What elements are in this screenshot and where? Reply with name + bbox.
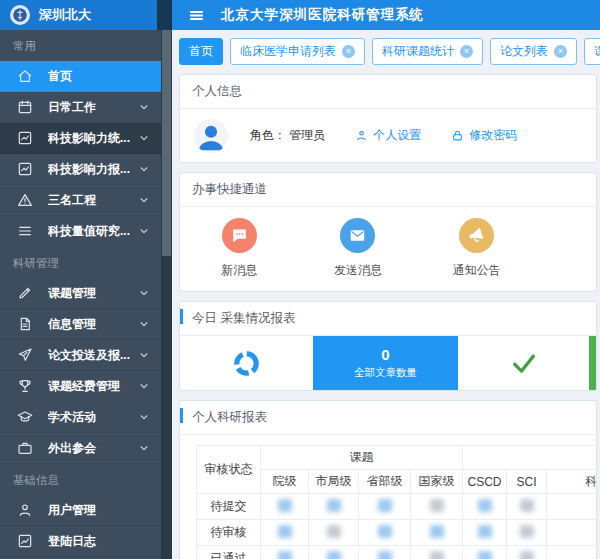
tab-clinical-application-list[interactable]: 临床医学申请列表× bbox=[230, 38, 365, 65]
all-articles-stat[interactable]: 0 全部文章数量 bbox=[313, 336, 458, 390]
column-header: 国家级 bbox=[411, 470, 463, 494]
sidebar: 常用首页日常工作科技影响力统...科技影响力报...三名工程科技量值研究...科… bbox=[0, 30, 172, 559]
tab-close-icon[interactable]: × bbox=[554, 45, 567, 58]
sidebar-item-daily-work[interactable]: 日常工作 bbox=[0, 92, 161, 123]
redacted-value[interactable] bbox=[520, 551, 534, 559]
redacted-value[interactable] bbox=[327, 551, 341, 559]
sidebar-item-tech-influence-report[interactable]: 科技影响力报... bbox=[0, 154, 161, 185]
sidebar-item-label: 课题管理 bbox=[48, 285, 139, 302]
tab-close-icon[interactable]: × bbox=[460, 45, 473, 58]
quick-channel-send-message[interactable]: 发送消息 bbox=[299, 218, 418, 279]
redacted-value[interactable] bbox=[430, 499, 444, 512]
sidebar-item-label: 日常工作 bbox=[48, 99, 139, 116]
chevron-down-icon bbox=[139, 102, 149, 112]
column-header: SCI bbox=[507, 470, 547, 494]
redacted-value[interactable] bbox=[278, 499, 292, 512]
card-header: 个人信息 bbox=[180, 75, 596, 109]
tab-research-project-stats[interactable]: 科研课题统计× bbox=[372, 38, 483, 65]
personal-info-card: 个人信息 角色： 管理员 个人设置 修改密码 bbox=[179, 74, 597, 163]
quick-channel-new-message[interactable]: 新消息 bbox=[180, 218, 299, 279]
home-icon bbox=[17, 68, 33, 84]
header-divider bbox=[157, 0, 172, 30]
table-cell bbox=[309, 520, 359, 546]
role-value: 管理员 bbox=[289, 128, 325, 142]
table-cell bbox=[261, 546, 309, 559]
chevron-down-icon bbox=[139, 164, 149, 174]
redacted-value[interactable] bbox=[378, 499, 392, 512]
change-password-link[interactable]: 修改密码 bbox=[451, 127, 517, 144]
tab-close-icon[interactable]: × bbox=[342, 45, 355, 58]
role-label: 角色： bbox=[250, 128, 286, 142]
tab-project-fee-report[interactable]: 课题费用报表× bbox=[584, 38, 600, 65]
quick-channels-card: 办事快捷通道 新消息发送消息通知公告 bbox=[179, 172, 597, 292]
group-header: 论文 bbox=[463, 446, 597, 470]
table-cell bbox=[359, 546, 411, 559]
sidebar-item-login-log[interactable]: 登陆日志 bbox=[0, 526, 161, 557]
sidebar-scrollbar[interactable] bbox=[161, 30, 172, 559]
chart-icon bbox=[17, 161, 33, 177]
tab-label: 临床医学申请列表 bbox=[240, 43, 336, 60]
redacted-value[interactable] bbox=[278, 525, 292, 538]
sidebar-item-label: 外出参会 bbox=[48, 440, 139, 457]
table-row: 待提交 bbox=[197, 494, 597, 520]
row-label: 已通过 bbox=[197, 546, 261, 559]
sidebar-item-project-funding[interactable]: 课题经费管理 bbox=[0, 371, 161, 402]
accent-bar bbox=[180, 309, 183, 324]
sidebar-item-user-management[interactable]: 用户管理 bbox=[0, 495, 161, 526]
sidebar-item-tech-influence-stats[interactable]: 科技影响力统... bbox=[0, 123, 161, 154]
chat-icon bbox=[222, 218, 257, 253]
sidebar-section-label: 基础信息 bbox=[0, 464, 161, 495]
quick-channel-notice[interactable]: 通知公告 bbox=[417, 218, 536, 279]
research-report-card: 个人科研报表 审核状态课题论文院级市局级省部级国家级CSCDSCI科技核心（统计… bbox=[179, 400, 597, 559]
main-content: 首页临床医学申请列表×科研课题统计×论文列表×课题费用报表×用户列表× 个人信息… bbox=[172, 30, 600, 559]
table-cell bbox=[411, 520, 463, 546]
logo-area: 深圳北大 bbox=[0, 0, 157, 30]
hamburger-menu-icon[interactable] bbox=[188, 7, 205, 24]
report-table-wrap: 审核状态课题论文院级市局级省部级国家级CSCDSCI科技核心（统计源）期刊 待提… bbox=[180, 435, 596, 559]
sidebar-item-paper-submission[interactable]: 论文投送及报... bbox=[0, 340, 161, 371]
checkmark-icon bbox=[509, 348, 539, 378]
table-cell bbox=[463, 546, 507, 559]
redacted-value[interactable] bbox=[430, 525, 444, 538]
table-cell bbox=[547, 546, 597, 559]
table-cell bbox=[507, 494, 547, 520]
redacted-value[interactable] bbox=[327, 499, 341, 512]
sidebar-item-home[interactable]: 首页 bbox=[0, 61, 161, 92]
quick-channels-body: 新消息发送消息通知公告 bbox=[180, 207, 596, 291]
table-cell bbox=[463, 494, 507, 520]
graduation-cap-icon bbox=[17, 409, 33, 425]
sidebar-menu: 常用首页日常工作科技影响力统...科技影响力报...三名工程科技量值研究...科… bbox=[0, 30, 161, 559]
redacted-value[interactable] bbox=[278, 551, 292, 559]
sidebar-item-label: 三名工程 bbox=[48, 192, 139, 209]
redacted-value[interactable] bbox=[520, 499, 534, 512]
sidebar-item-three-name-project[interactable]: 三名工程 bbox=[0, 185, 161, 216]
redacted-value[interactable] bbox=[327, 525, 341, 538]
sidebar-item-project-management[interactable]: 课题管理 bbox=[0, 278, 161, 309]
personal-settings-link[interactable]: 个人设置 bbox=[355, 127, 421, 144]
stat-label: 全部文章数量 bbox=[354, 366, 417, 380]
redacted-value[interactable] bbox=[378, 551, 392, 559]
chevron-down-icon bbox=[139, 288, 149, 298]
hospital-logo-icon bbox=[10, 5, 30, 25]
redacted-value[interactable] bbox=[430, 551, 444, 559]
scrollbar-thumb[interactable] bbox=[162, 30, 171, 256]
redacted-value[interactable] bbox=[478, 525, 492, 538]
table-cell bbox=[261, 520, 309, 546]
sidebar-item-academic-activity[interactable]: 学术活动 bbox=[0, 402, 161, 433]
tab-paper-list[interactable]: 论文列表× bbox=[490, 38, 577, 65]
sidebar-item-label: 信息管理 bbox=[48, 316, 139, 333]
sidebar-item-tech-value-research[interactable]: 科技量值研究... bbox=[0, 216, 161, 247]
redacted-value[interactable] bbox=[478, 551, 492, 559]
tab-home[interactable]: 首页 bbox=[179, 38, 223, 65]
report-table: 审核状态课题论文院级市局级省部级国家级CSCDSCI科技核心（统计源）期刊 待提… bbox=[196, 445, 596, 559]
loading-spinner-icon bbox=[228, 344, 265, 381]
card-title: 今日 采集情况报表 bbox=[192, 311, 295, 325]
redacted-value[interactable] bbox=[378, 525, 392, 538]
redacted-value[interactable] bbox=[478, 499, 492, 512]
chevron-down-icon bbox=[139, 412, 149, 422]
column-header-status: 审核状态 bbox=[197, 446, 261, 494]
redacted-value[interactable] bbox=[520, 525, 534, 538]
sidebar-item-outgoing-meeting[interactable]: 外出参会 bbox=[0, 433, 161, 464]
sidebar-item-info-management[interactable]: 信息管理 bbox=[0, 309, 161, 340]
table-cell bbox=[547, 520, 597, 546]
